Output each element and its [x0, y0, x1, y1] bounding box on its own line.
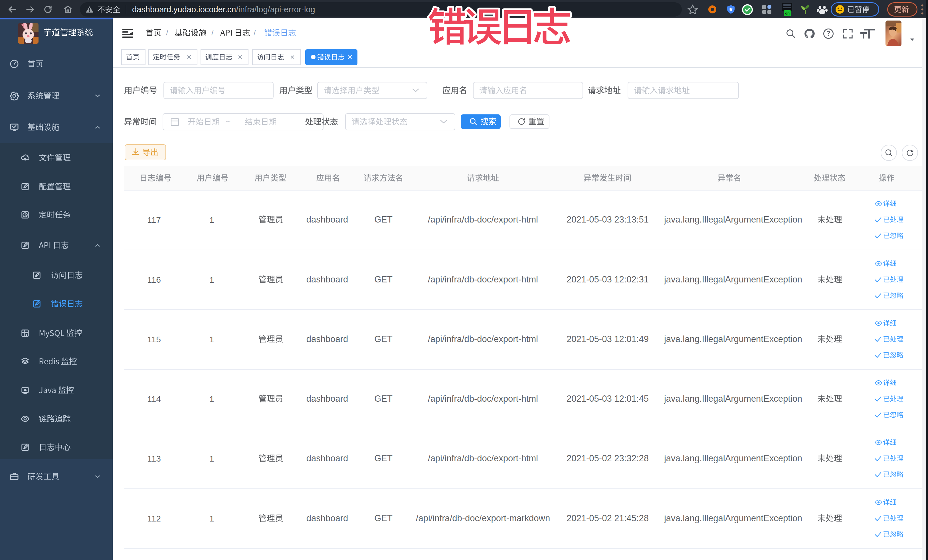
svg-text:on: on [785, 11, 790, 15]
